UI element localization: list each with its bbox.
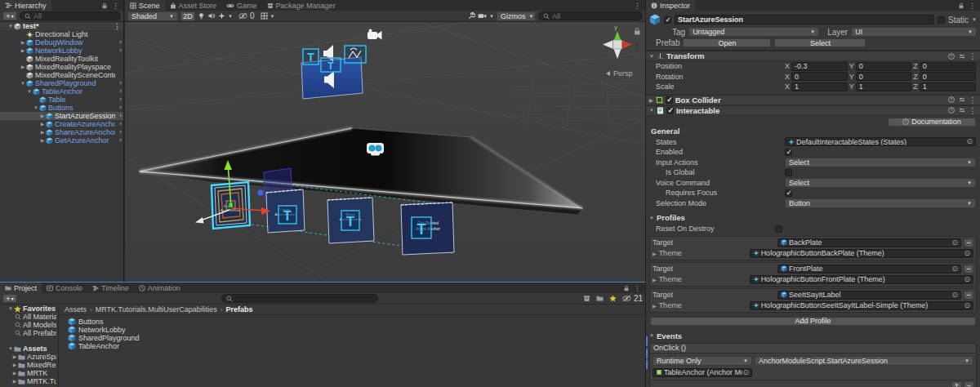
event-target-object-field[interactable]: TableAnchor (Anchor Mo ⊙ <box>653 368 752 377</box>
object-picker-icon[interactable]: ⊙ <box>964 302 970 309</box>
layer-dropdown[interactable]: UI▼ <box>851 27 977 37</box>
hierarchy-item-mixedrealitytoolkit[interactable]: MixedRealityToolkit <box>0 55 123 63</box>
tools-icon[interactable] <box>468 12 475 20</box>
hidden-objects-icon[interactable] <box>238 12 247 20</box>
asset-item-sharedplayground[interactable]: SharedPlayground <box>60 334 645 342</box>
move-gizmo-z-handle[interactable] <box>195 217 204 224</box>
lock-icon[interactable] <box>958 2 964 9</box>
persp-label[interactable]: Persp <box>606 69 633 78</box>
remove-profile-button[interactable]: − <box>964 238 973 247</box>
tab-game[interactable]: Game <box>221 0 262 11</box>
kebab-menu-icon[interactable]: ⋮ <box>112 2 119 10</box>
show-children-icon[interactable]: › <box>119 128 122 136</box>
scene-viewport[interactable]: T T <box>125 22 645 282</box>
hierarchy-item-debugwindow[interactable]: ▶DebugWindow› <box>0 38 123 47</box>
presets-icon[interactable] <box>959 107 965 113</box>
voice-command-dropdown[interactable]: Select▼ <box>785 178 976 188</box>
profiles-section-header[interactable]: ▼Profiles <box>646 211 980 224</box>
gizmo-lock-icon[interactable] <box>635 28 640 34</box>
position-x-field[interactable]: -0.3 <box>791 62 848 71</box>
tab-asset-store[interactable]: Asset Store <box>165 0 222 11</box>
asset-item-networklobby[interactable]: NetworkLobby <box>60 326 645 334</box>
object-picker-icon[interactable]: ⊙ <box>951 265 958 273</box>
help-icon[interactable] <box>948 53 955 60</box>
gizmo-neg-y-axis[interactable] <box>614 49 621 59</box>
object-picker-icon[interactable]: ⊙ <box>964 250 970 257</box>
position-z-field[interactable]: 0 <box>920 62 976 71</box>
asset-item-tableanchor[interactable]: TableAnchor <box>60 342 645 350</box>
create-asset-button[interactable]: +▾ <box>2 294 17 303</box>
help-icon[interactable] <box>948 107 955 113</box>
tab-inspector[interactable]: Inspector <box>646 0 695 11</box>
hierarchy-item-tableanchor[interactable]: ▼TableAnchor› <box>0 87 123 96</box>
states-object-field[interactable]: DefaultInteractableStates (States) ⊙ <box>785 137 976 146</box>
hierarchy-item-directional-light[interactable]: Directional Light <box>0 30 123 38</box>
gizmo-y-axis[interactable] <box>614 31 621 41</box>
hierarchy-item-getazureanchor[interactable]: ▶GetAzureAnchor› <box>0 136 123 145</box>
favorites-all-prefabs[interactable]: All Prefabs <box>0 329 58 337</box>
object-picker-icon[interactable]: ⊙ <box>951 291 958 299</box>
object-picker-icon[interactable]: ⊙ <box>742 369 749 376</box>
grid-dropdown-icon[interactable]: ▼ <box>270 14 275 19</box>
kebab-menu-icon[interactable]: ⋮ <box>634 2 641 10</box>
input-actions-dropdown[interactable]: Select▼ <box>785 158 976 167</box>
lock-icon[interactable] <box>101 2 108 9</box>
show-children-icon[interactable]: › <box>119 112 122 120</box>
get-azure-anchor-button-object[interactable]: Get Started Azure Anchor T <box>401 202 454 255</box>
kebab-menu-icon[interactable]: ⋮ <box>969 106 978 115</box>
event-function-dropdown[interactable]: AnchorModuleScript.StartAzureSession▼ <box>755 356 973 366</box>
gizmo-neg-x-axis[interactable] <box>603 41 612 49</box>
remove-profile-button[interactable]: − <box>964 265 973 274</box>
hierarchy-item-shareazureanchor[interactable]: ▶ShareAzureAnchor› <box>0 128 123 136</box>
2d-toggle[interactable]: 2D <box>180 11 195 21</box>
camera-settings-icon[interactable] <box>478 12 487 20</box>
rotation-x-field[interactable]: 0 <box>791 72 848 81</box>
profile-theme-field[interactable]: HolographicButtonBackPlate (Theme)⊙ <box>750 249 973 258</box>
tag-dropdown[interactable]: Untagged▼ <box>688 27 819 37</box>
folder-azurespatial[interactable]: ▶AzureSpatia <box>0 353 58 361</box>
position-y-field[interactable]: 0 <box>856 62 912 71</box>
camera-dropdown-icon[interactable]: ▼ <box>489 14 494 19</box>
kebab-menu-icon[interactable]: ⋮ <box>634 284 641 292</box>
remove-profile-button[interactable]: − <box>964 291 973 300</box>
interactable-component-header[interactable]: ▼ Interactable ⋮ <box>646 105 980 116</box>
scene-row[interactable]: ▼ test* ⋮ <box>0 22 123 30</box>
tab-scene[interactable]: Scene <box>125 0 165 11</box>
search-by-type-icon[interactable] <box>583 295 590 302</box>
show-children-icon[interactable]: › <box>119 79 122 87</box>
transform-component-header[interactable]: ▼ Transform ⋮ <box>646 51 980 61</box>
create-azure-anchor-button-object[interactable]: Create Azure Anchor T <box>266 189 305 233</box>
reset-on-destroy-checkbox[interactable] <box>775 225 782 233</box>
scale-z-field[interactable]: 1 <box>920 82 976 91</box>
breadcrumb-assets[interactable]: Assets <box>65 305 87 314</box>
grid-visibility-icon[interactable] <box>261 12 268 20</box>
kebab-menu-icon[interactable]: ⋮ <box>969 2 976 10</box>
scene-search-input[interactable] <box>552 12 638 20</box>
static-dropdown-icon[interactable]: ▼ <box>972 17 977 22</box>
folder-mixedreality[interactable]: ▶MixedRealit <box>0 361 58 369</box>
gizmo-x-axis[interactable] <box>622 41 632 49</box>
shading-mode-dropdown[interactable]: Shaded▼ <box>127 11 178 21</box>
scale-x-field[interactable]: 1 <box>791 82 848 91</box>
favorites-all-models[interactable]: All Models <box>0 321 58 329</box>
help-icon[interactable] <box>948 96 955 103</box>
create-object-button[interactable]: +▾ <box>2 11 17 20</box>
presets-icon[interactable] <box>959 53 965 60</box>
lock-icon[interactable] <box>623 285 630 291</box>
box-collider-component-header[interactable]: ▶ Box Collider ⋮ <box>646 95 980 105</box>
rotation-y-field[interactable]: 0 <box>856 72 912 81</box>
show-children-icon[interactable]: › <box>119 38 122 47</box>
active-checkbox[interactable] <box>664 16 671 24</box>
tab-package-manager[interactable]: Package Manager <box>262 0 341 11</box>
object-picker-icon[interactable]: ⊙ <box>966 138 973 145</box>
favorites-all-materials[interactable]: All Materials <box>0 313 58 321</box>
hierarchy-item-createazureanchor[interactable]: ▶CreateAzureAnchor› <box>0 120 123 128</box>
documentation-button[interactable]: Documentation <box>888 118 976 127</box>
scene-kebab-icon[interactable]: ⋮ <box>114 22 121 30</box>
move-gizmo-plane-handle[interactable] <box>257 189 263 195</box>
gizmo-center-cube[interactable] <box>613 40 622 49</box>
gizmos-dropdown[interactable]: Gizmos▼ <box>497 11 536 21</box>
tab-project[interactable]: Project <box>0 282 42 293</box>
box-collider-enabled-checkbox[interactable] <box>666 96 673 104</box>
show-children-icon[interactable]: › <box>119 136 122 145</box>
